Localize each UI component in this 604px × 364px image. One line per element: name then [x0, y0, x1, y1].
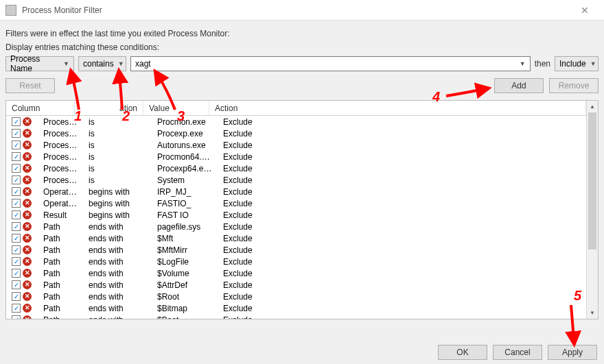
cell-column: Process N...: [38, 117, 83, 127]
table-row[interactable]: ✓✕Process N...isProcmon.exeExclude: [6, 116, 586, 128]
checkbox-icon[interactable]: ✓: [12, 304, 21, 313]
cell-column: Operation: [38, 187, 83, 197]
checkbox-icon[interactable]: ✓: [12, 187, 21, 196]
exclude-icon: ✕: [23, 117, 32, 126]
grid-header: Column ation Value Action: [6, 101, 586, 116]
table-row[interactable]: ✓✕Pathends with$LogFileExclude: [6, 256, 586, 267]
checkbox-icon[interactable]: ✓: [12, 280, 21, 289]
then-label: then: [535, 59, 550, 69]
checkbox-icon[interactable]: ✓: [12, 292, 21, 301]
exclude-icon: ✕: [23, 222, 32, 231]
app-icon: [5, 5, 16, 16]
table-row[interactable]: ✓✕Pathends with$BitmapExclude: [6, 302, 586, 314]
close-button[interactable]: ✕: [571, 5, 599, 16]
checkbox-icon[interactable]: ✓: [12, 164, 21, 173]
reset-button[interactable]: Reset: [5, 78, 55, 93]
filter-row: Process Name ▼ contains ▼ xagt ▼ then In…: [5, 56, 599, 71]
checkbox-icon[interactable]: ✓: [12, 234, 21, 243]
cell-column: Path: [38, 292, 83, 302]
cell-action: Exclude: [218, 245, 586, 255]
cell-relation: ends with: [83, 245, 152, 255]
cell-value: $Root: [152, 292, 218, 302]
add-button[interactable]: Add: [494, 78, 544, 93]
cell-relation: begins with: [83, 187, 152, 197]
cell-action: Exclude: [218, 152, 586, 162]
table-row[interactable]: ✓✕Pathends with$VolumeExclude: [6, 267, 586, 279]
scrollbar[interactable]: ▲ ▼: [586, 101, 598, 319]
checkbox-icon[interactable]: ✓: [12, 210, 21, 219]
scroll-track[interactable]: [587, 112, 598, 307]
footer-buttons: OK Cancel Apply: [438, 345, 597, 360]
exclude-icon: ✕: [23, 199, 32, 208]
table-row[interactable]: ✓✕Process N...isSystemExclude: [6, 174, 586, 186]
checkbox-icon[interactable]: ✓: [12, 141, 21, 149]
apply-button[interactable]: Apply: [548, 345, 597, 360]
checkbox-icon[interactable]: ✓: [12, 245, 21, 254]
exclude-icon: ✕: [23, 210, 32, 219]
action-select[interactable]: Include ▼: [555, 56, 599, 71]
checkbox-icon[interactable]: ✓: [12, 117, 21, 126]
table-row[interactable]: ✓✕Pathends with$MftExclude: [6, 232, 586, 244]
cell-relation: ends with: [83, 269, 152, 278]
header-value[interactable]: Value: [143, 101, 209, 115]
cell-relation: is: [83, 129, 152, 138]
intro-text: Filters were in effect the last time you…: [5, 29, 599, 38]
cell-value: Procmon64.exe: [152, 152, 218, 162]
value-input-text: xagt: [135, 59, 151, 69]
table-row[interactable]: ✓✕Process N...isProcmon64.exeExclude: [6, 151, 586, 162]
exclude-icon: ✕: [23, 187, 32, 196]
exclude-icon: ✕: [23, 234, 32, 243]
value-input[interactable]: xagt ▼: [130, 56, 531, 71]
checkbox-icon[interactable]: ✓: [12, 129, 21, 138]
cancel-button[interactable]: Cancel: [493, 345, 542, 360]
table-row[interactable]: ✓✕Operationbegins withFASTIO_Exclude: [6, 197, 586, 209]
checkbox-icon[interactable]: ✓: [12, 222, 21, 231]
cell-action: Exclude: [218, 117, 586, 127]
table-row[interactable]: ✓✕Pathends with$AttrDefExclude: [6, 279, 586, 291]
table-row[interactable]: ✓✕Resultbegins withFAST IOExclude: [6, 209, 586, 221]
cell-action: Exclude: [218, 280, 586, 290]
header-action[interactable]: Action: [209, 101, 586, 115]
ok-button[interactable]: OK: [438, 345, 487, 360]
table-row[interactable]: ✓✕Process N...isAutoruns.exeExclude: [6, 139, 586, 151]
checkbox-icon[interactable]: ✓: [12, 269, 21, 278]
scroll-up-icon[interactable]: ▲: [587, 101, 598, 112]
window-title: Process Monitor Filter: [22, 5, 571, 15]
remove-button[interactable]: Remove: [549, 78, 599, 93]
filter-grid: Column ation Value Action ✓✕Process N...…: [5, 100, 599, 319]
cell-relation: is: [83, 164, 152, 173]
cell-action: Exclude: [218, 257, 586, 267]
table-row[interactable]: ✓✕Process N...isProcexp64.exeExclude: [6, 162, 586, 174]
table-row[interactable]: ✓✕Operationbegins withIRP_MJ_Exclude: [6, 186, 586, 197]
relation-select-value: contains: [83, 59, 114, 69]
cell-column: Path: [38, 315, 83, 319]
checkbox-icon[interactable]: ✓: [12, 152, 21, 161]
cell-relation: is: [83, 117, 152, 127]
cell-relation: is: [83, 141, 152, 150]
column-select[interactable]: Process Name ▼: [5, 56, 74, 71]
cell-value: System: [152, 175, 218, 185]
cell-relation: ends with: [83, 257, 152, 267]
scroll-thumb[interactable]: [588, 112, 596, 250]
checkbox-icon[interactable]: ✓: [12, 199, 21, 208]
cell-action: Exclude: [218, 210, 586, 220]
table-row[interactable]: ✓✕Pathends withpagefile.sysExclude: [6, 221, 586, 232]
exclude-icon: ✕: [23, 269, 32, 278]
relation-select[interactable]: contains ▼: [78, 56, 126, 71]
cell-relation: is: [83, 152, 152, 162]
checkbox-icon[interactable]: ✓: [12, 175, 21, 184]
table-row[interactable]: ✓✕Process N...isProcexp.exeExclude: [6, 128, 586, 139]
exclude-icon: ✕: [23, 304, 32, 313]
scroll-down-icon[interactable]: ▼: [587, 307, 598, 319]
table-row[interactable]: ✓✕Pathends with$MftMirrExclude: [6, 244, 586, 256]
table-row[interactable]: ✓✕Pathends with$RootExclude: [6, 291, 586, 302]
table-row[interactable]: ✓✕Pathends with$BootExclude: [6, 314, 586, 319]
header-relation[interactable]: ation: [75, 101, 143, 115]
cell-value: Autoruns.exe: [152, 141, 218, 150]
checkbox-icon[interactable]: ✓: [12, 315, 21, 319]
cell-value: pagefile.sys: [152, 222, 218, 232]
checkbox-icon[interactable]: ✓: [12, 257, 21, 266]
header-column[interactable]: Column: [6, 101, 75, 115]
cell-relation: is: [83, 175, 152, 185]
cell-relation: ends with: [83, 280, 152, 290]
